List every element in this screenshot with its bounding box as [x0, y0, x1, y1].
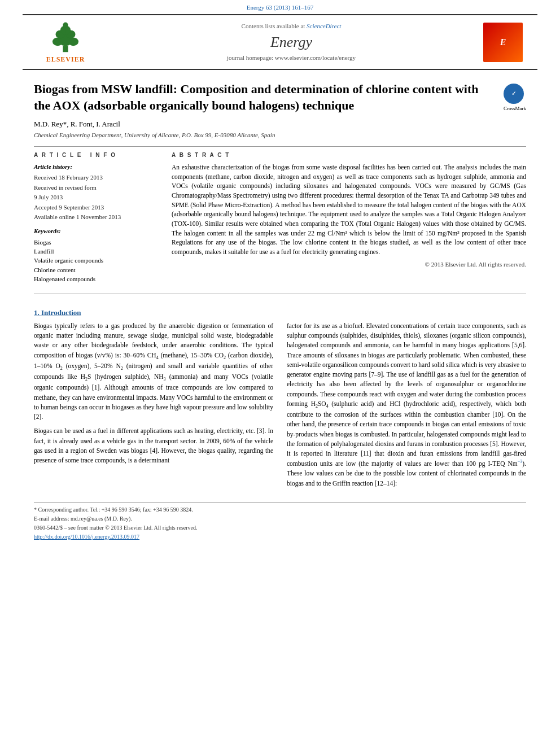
journal-reference: Energy 63 (2013) 161–167 — [0, 0, 560, 14]
authors: M.D. Rey*, R. Font, I. Aracil — [34, 119, 526, 129]
intro-left-col: Biogas typically refers to a gas produce… — [34, 321, 273, 493]
keywords-label: Keywords: — [34, 227, 158, 235]
crossmark-icon: ✓ — [504, 84, 524, 104]
info-abstract-section: A R T I C L E I N F O Article history: R… — [34, 151, 526, 285]
elsevier-text: ELSEVIER — [46, 55, 85, 64]
received-date: Received 18 February 2013 — [34, 173, 158, 182]
abstract-col: A B S T R A C T An exhaustive characteri… — [172, 151, 526, 285]
divider-2 — [34, 294, 526, 294]
article-title-section: Biogas from MSW landfill: Composition an… — [34, 81, 526, 113]
energy-logo-area: E — [483, 23, 528, 62]
intro-two-col: Biogas typically refers to a gas produce… — [34, 321, 526, 493]
abstract-text: An exhaustive characterization of the bi… — [172, 163, 526, 257]
intro-para-1: Biogas typically refers to a gas produce… — [34, 321, 273, 422]
revised-label: Received in revised form — [34, 184, 158, 192]
abstract-label: A B S T R A C T — [172, 151, 526, 159]
elsevier-tree-icon — [43, 20, 88, 54]
revised-date: 9 July 2013 — [34, 193, 158, 202]
journal-title: Energy — [99, 32, 483, 53]
keyword-5: Halogenated compounds — [34, 275, 158, 283]
keyword-3: Volatile organic compounds — [34, 256, 158, 265]
intro-para-2: Biogas can be used as a fuel in differen… — [34, 426, 273, 465]
svg-rect-0 — [63, 46, 68, 53]
journal-info-center: Contents lists available at ScienceDirec… — [99, 22, 483, 62]
journal-header: ELSEVIER Contents lists available at Sci… — [23, 14, 537, 70]
keyword-1: Biogas — [34, 238, 158, 247]
intro-heading: 1. Introduction — [34, 308, 526, 318]
sciencedirect-line: Contents lists available at ScienceDirec… — [99, 22, 483, 30]
intro-para-3: factor for its use as a biofuel. Elevate… — [287, 321, 526, 488]
article-info-label: A R T I C L E I N F O — [34, 151, 158, 159]
elsevier-logo-area: ELSEVIER — [32, 20, 99, 64]
footnote-email: E-mail address: md.rey@ua.es (M.D. Rey). — [34, 515, 526, 523]
crossmark-area[interactable]: ✓ CrossMark — [504, 84, 526, 112]
keyword-4: Chlorine content — [34, 266, 158, 274]
svg-point-3 — [68, 38, 78, 46]
divider — [34, 146, 526, 147]
copyright: © 2013 Elsevier Ltd. All rights reserved… — [172, 260, 526, 269]
intro-right-col: factor for its use as a biofuel. Elevate… — [287, 321, 526, 493]
svg-point-7 — [63, 23, 68, 28]
article-title: Biogas from MSW landfill: Composition an… — [34, 81, 495, 113]
footnote-doi[interactable]: http://dx.doi.org/10.1016/j.energy.2013.… — [34, 533, 526, 541]
energy-journal-logo: E — [483, 23, 523, 62]
footnote-section: * Corresponding author. Tel.: +34 96 590… — [34, 502, 526, 541]
footnote-issn: 0360-5442/$ – see front matter © 2013 El… — [34, 524, 526, 532]
footnote-corresponding: * Corresponding author. Tel.: +34 96 590… — [34, 506, 526, 514]
article-history-label: Article history: — [34, 163, 158, 171]
accepted-date: Accepted 9 September 2013 — [34, 203, 158, 212]
svg-point-2 — [53, 38, 63, 46]
journal-homepage: journal homepage: www.elsevier.com/locat… — [99, 54, 483, 62]
keyword-2: Landfill — [34, 247, 158, 256]
affiliation: Chemical Engineering Department, Univers… — [34, 131, 526, 139]
available-date: Available online 1 November 2013 — [34, 213, 158, 221]
crossmark-label: CrossMark — [504, 105, 526, 112]
article-info-col: A R T I C L E I N F O Article history: R… — [34, 151, 158, 285]
introduction-section: 1. Introduction Biogas typically refers … — [34, 308, 526, 493]
